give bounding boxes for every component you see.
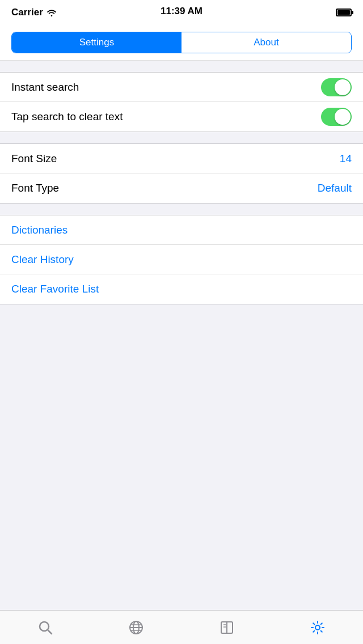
status-bar: Carrier 11:39 AM (0, 0, 363, 25)
tap-search-label: Tap search to clear text (11, 111, 123, 123)
actions-section: Dictionaries Clear History Clear Favorit… (0, 215, 363, 304)
wifi-icon (47, 9, 57, 16)
dictionaries-row[interactable]: Dictionaries (0, 215, 363, 245)
clear-favorite-label: Clear Favorite List (11, 283, 99, 295)
globe-icon (128, 620, 144, 635)
tap-search-toggle[interactable] (321, 108, 352, 126)
font-size-value: 14 (340, 152, 352, 165)
clear-history-row[interactable]: Clear History (0, 245, 363, 274)
instant-search-row: Instant search (0, 73, 363, 102)
toggle-section: Instant search Tap search to clear text (0, 72, 363, 132)
svg-point-0 (40, 622, 49, 631)
clear-favorite-row[interactable]: Clear Favorite List (0, 274, 363, 304)
toggle-knob-2 (335, 109, 351, 125)
font-size-row[interactable]: Font Size 14 (0, 144, 363, 173)
carrier-label: Carrier (11, 7, 43, 18)
battery-icon (336, 9, 352, 16)
instant-search-toggle[interactable] (321, 78, 352, 96)
gear-icon (310, 620, 326, 635)
font-type-value: Default (318, 182, 352, 194)
tab-settings[interactable] (301, 613, 335, 642)
font-type-row[interactable]: Font Type Default (0, 173, 363, 203)
settings-tab[interactable]: Settings (12, 32, 182, 53)
tab-globe[interactable] (119, 613, 153, 642)
tab-search[interactable] (28, 613, 62, 642)
tab-book[interactable] (210, 613, 244, 642)
dictionaries-label: Dictionaries (11, 224, 67, 236)
clear-history-label: Clear History (11, 253, 74, 266)
search-icon (37, 620, 53, 635)
status-right (336, 9, 352, 16)
svg-point-11 (315, 625, 320, 630)
toggle-knob (335, 79, 351, 95)
font-section: Font Size 14 Font Type Default (0, 143, 363, 204)
book-icon (219, 620, 235, 635)
about-tab[interactable]: About (182, 32, 351, 53)
status-left: Carrier (11, 7, 57, 18)
font-type-label: Font Type (11, 182, 59, 194)
svg-line-1 (48, 630, 52, 634)
tap-search-row: Tap search to clear text (0, 102, 363, 132)
settings-content: Instant search Tap search to clear text … (0, 61, 363, 304)
font-size-label: Font Size (11, 152, 57, 165)
status-time: 11:39 AM (161, 6, 202, 17)
instant-search-label: Instant search (11, 81, 79, 94)
segmented-container: Settings About (0, 25, 363, 61)
segmented-control: Settings About (11, 32, 352, 53)
tab-bar (0, 610, 363, 644)
